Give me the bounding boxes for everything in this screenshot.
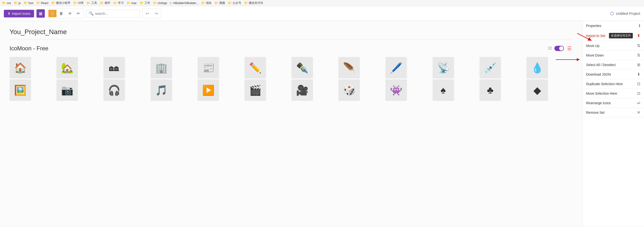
bookmarks-bar: 📁 css 📁 js 📁 Vue 📁 React 📁 微信小程序 📁 UI库 📁… [0,0,644,6]
rearrange-icon: ⇌ [637,100,640,105]
search-box[interactable]: 🔍 [86,10,140,18]
move-tool-button[interactable]: ✛ [66,10,74,17]
remove-set-icon: ✕ [637,110,640,115]
icons-grid-row2: 🖼️ 📷 🎧 🎵 ▶️ 🎬 🎥 🎲 👾 ♠️ ♣️ ◆ [10,80,572,101]
main-toolbar: ⬆ Import Icons ▦ ⬡ 🗑 ✛ ✏ 🔍 ↩ ↪ ⬡ Untitl [0,6,644,21]
icon-cell[interactable]: ✏️ [244,57,266,78]
bookmark-item[interactable]: 📁 工具 [86,1,97,5]
icon-cell[interactable]: 📰 [198,57,219,78]
bookmark-item[interactable]: 📁 Vue [24,1,33,5]
bookmark-item[interactable]: 📁 React [36,1,48,5]
main-panel: You_Project_Name IcoMoon - Free 32 ☰ 🏠 🏡… [0,21,582,226]
icon-cell[interactable]: 🏘 [104,57,125,78]
panel-move-down-item[interactable]: Move Down ⇅ [582,50,644,60]
folder-icon: 📁 [228,1,232,5]
undo-button[interactable]: ↩ [144,10,151,17]
panel-remove-set-item[interactable]: Remove Set ✕ [582,108,644,117]
set-header-right: 32 ☰ [548,44,572,52]
delete-tool-button[interactable]: 🗑 [57,10,66,17]
icons-grid: 🏠 🏡 🏘 🏢 📰 ✏️ ✒️ 🪶 🖊️ 📡 💉 💧 [10,57,572,78]
icon-cell[interactable]: ✒️ [292,57,313,78]
tool-group: ⬡ 🗑 ✛ ✏ [47,8,84,18]
icon-cell[interactable]: 🖊️ [386,57,407,78]
panel-move-up-item[interactable]: Move Up ⇅ [582,41,644,50]
icon-count: 32 [548,46,552,50]
trash-icon: 🗑 [59,12,63,16]
duplicate-icon: ⊡ [637,82,640,86]
icon-cell[interactable]: 💧 [526,57,548,78]
icon-cell[interactable]: 🎲 [338,80,360,101]
icon-cell[interactable]: 👾 [386,80,407,101]
bookmark-item[interactable]: 📁 插件 [100,1,110,5]
panel-download-json-item[interactable]: Download JSON ⬇ [582,70,644,79]
select-all-icon: ⊞ [637,62,640,67]
panel-duplicate-item[interactable]: Duplicate Selection Here ⊡ [582,79,644,89]
upload-icon: ⬆ [8,12,10,16]
folder-icon: 📁 [51,1,55,5]
panel-select-all-item[interactable]: Select All / Deselect ⊞ [582,60,644,70]
import-icons-button[interactable]: ⬆ Import Icons [4,10,34,18]
icon-cell[interactable]: 🎬 [244,80,266,101]
icon-cell[interactable]: ▶️ [198,80,219,101]
bookmark-item[interactable]: ▷ HBuilder/HBuilder... [170,1,198,5]
panel-move-selection-item[interactable]: Move Selection Here ⊡ [582,89,644,98]
special-icon: ▷ [170,1,172,5]
icon-cell[interactable]: 🎵 [151,80,172,101]
upload-set-icon: ⬆ [637,34,640,38]
edit-tool-button[interactable]: ✏ [74,10,82,17]
bookmark-item[interactable]: 📁 mac [126,1,137,5]
icon-cell[interactable]: 🏠 [10,57,31,78]
library-icon: ▦ [39,12,42,16]
bookmark-item[interactable]: 📁 css [2,1,11,5]
folder-icon: 📁 [100,1,104,5]
bookmark-item[interactable]: 📁 域名 [201,1,212,5]
panel-properties-item[interactable]: Properties ℹ [582,21,644,30]
search-icon: 🔍 [89,11,94,16]
icon-cell[interactable]: 🎧 [104,80,125,101]
select-tool-button[interactable]: ⬡ [48,10,56,17]
folder-icon: 📁 [214,1,218,5]
library-button[interactable]: ▦ [36,9,45,18]
icon-cell[interactable]: 🪶 [338,57,360,78]
folder-icon: 📁 [73,1,77,5]
icon-cell[interactable]: 📷 [56,80,78,101]
bookmark-item[interactable]: 📁 学习 [113,1,124,5]
set-menu-button[interactable]: ☰ [566,44,572,52]
panel-import-set-item[interactable]: Import to Set 未选择任何文件 ⬆ [582,30,644,41]
bookmark-item[interactable]: 📁 公众号 [228,1,241,5]
icon-cell[interactable]: 📡 [432,57,454,78]
import-to-set-label: Import to Set [586,34,605,38]
bookmark-item[interactable]: 📁 UI库 [73,1,84,5]
folder-icon: 📁 [86,1,90,5]
download-json-icon: ⬇ [637,72,640,76]
project-title: Untitled Project [616,12,640,16]
icon-cell[interactable]: 🏡 [56,57,78,78]
icon-cell[interactable]: 🎥 [292,80,313,101]
move-icon: ✛ [68,11,72,16]
bookmark-item[interactable]: 📁 视频 [214,1,225,5]
bookmark-item[interactable]: 📁 微信小程序 [51,1,70,5]
move-selection-label: Move Selection Here [586,92,617,96]
duplicate-label: Duplicate Selection Here [586,82,623,86]
folder-icon: 📁 [113,1,117,5]
redo-button[interactable]: ↪ [152,10,160,17]
bookmark-item[interactable]: 📁 UniApp [153,1,167,5]
panel-rearrange-item[interactable]: Rearrange Icons ⇌ [582,98,644,108]
folder-icon: 📁 [24,1,28,5]
bookmark-item[interactable]: 📁 js [14,1,21,5]
tooltip-badge: 未选择任何文件 [609,33,633,38]
folder-icon: 📁 [36,1,40,5]
icon-cell[interactable]: 💉 [480,57,501,78]
search-input[interactable] [95,12,137,16]
icon-cell[interactable]: ♣️ [480,80,501,101]
icon-cell[interactable]: ♠️ [432,80,454,101]
icon-cell[interactable]: 🖼️ [10,80,31,101]
bookmark-item[interactable]: 📁 微信支付坑 [244,1,263,5]
bookmark-item[interactable]: 📁 工作 [140,1,150,5]
icon-cell[interactable]: 🏢 [151,57,172,78]
project-title-area: ⬡ Untitled Project [610,11,640,16]
folder-icon: 📁 [14,1,18,5]
icon-cell[interactable]: ◆ [526,80,548,101]
folder-icon: 📁 [153,1,157,5]
visibility-toggle[interactable] [554,46,564,51]
